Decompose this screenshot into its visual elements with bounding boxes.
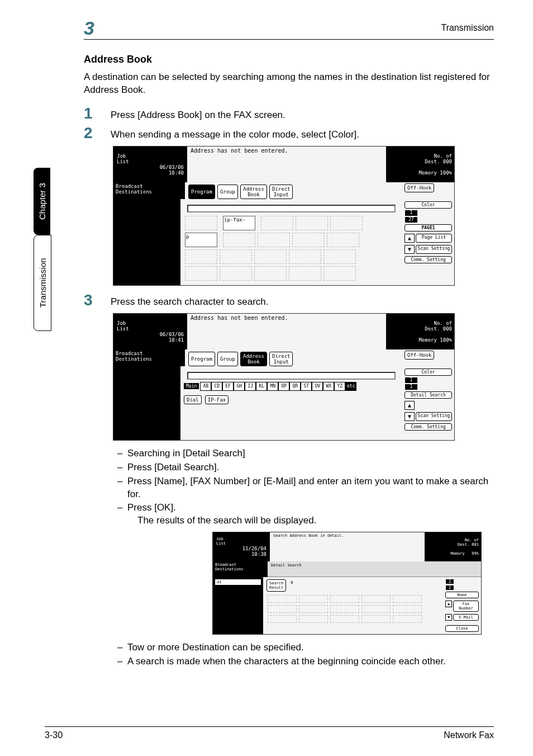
main-chip[interactable]: Main xyxy=(184,383,199,389)
off-hook-button[interactable]: Off-Hook xyxy=(404,351,434,360)
ip-fax-button[interactable]: IP-Fax xyxy=(205,395,229,404)
step-2-text: When sending a message in the color mode… xyxy=(111,125,359,141)
detail-title-text: Search Address Book in detail. xyxy=(273,533,344,560)
memory-status: Memory 100% xyxy=(418,337,452,343)
page-down-button[interactable]: ▼ xyxy=(404,245,415,254)
alpha-wx[interactable]: WX xyxy=(323,382,334,391)
dial-button[interactable]: Dial xyxy=(184,395,202,404)
dest-cell-ipfax[interactable]: ip-fax- xyxy=(223,216,255,230)
bullet-press-ok: Press [OK]. The results of the search wi… xyxy=(117,502,494,527)
page-up-button[interactable]: ▲ xyxy=(445,601,452,607)
input-bar[interactable] xyxy=(187,372,396,380)
off-hook-button[interactable]: Off-Hook xyxy=(404,183,434,192)
group-tab[interactable]: Group xyxy=(217,185,238,199)
fax-screen-1: Job List 06/03/06 10:40 Address has not … xyxy=(113,146,455,286)
comm-setting-button[interactable]: Comm. Setting xyxy=(404,423,452,431)
step-2-number: 2 xyxy=(84,125,111,141)
dest-memory-status: No. of Dest. 001 Memory 99% xyxy=(425,532,481,561)
bullet-multiple-destinations: Tow or more Destination can be specified… xyxy=(117,641,494,654)
dest-memory-status: No. of Dest. 000 Memory 100% xyxy=(386,147,454,182)
name-button[interactable]: Name xyxy=(445,592,479,598)
page-down-button[interactable]: ▼ xyxy=(445,614,452,621)
comm-setting-button[interactable]: Comm. Setting xyxy=(404,256,452,263)
scan-setting-button[interactable]: Scan Setting xyxy=(416,245,452,254)
detail-title-line: Search Address Book in detail. xyxy=(270,532,425,561)
side-tab-chapter: Chapter 3 xyxy=(34,168,50,235)
alpha-st[interactable]: ST xyxy=(301,382,312,391)
broadcast-destinations-label: Broadcast Destinations xyxy=(113,182,185,199)
alpha-mn[interactable]: MN xyxy=(267,382,278,391)
detail-search-button[interactable]: Detail Search xyxy=(404,391,452,399)
page-up-button[interactable]: ▲ xyxy=(404,234,415,243)
group-tab[interactable]: Group xyxy=(217,352,238,366)
right-side-panel: Color 1 27 PAGE1 ▲ Page List ▼ Scan Sett… xyxy=(402,199,454,285)
step-3-text: Press the search character to search. xyxy=(111,292,269,309)
color-button[interactable]: Color xyxy=(404,201,452,209)
side-tab-section: Transmission xyxy=(34,235,51,331)
page-footer: 3-30 Network Fax xyxy=(45,726,494,740)
book-title: Network Fax xyxy=(444,730,494,740)
bullet-press-ok-text: Press [OK]. xyxy=(127,502,176,513)
program-tab[interactable]: Program xyxy=(188,185,215,199)
address-book-tab[interactable]: Address Book xyxy=(240,185,267,199)
bullet-search-beginning-match: A search is made when the characters at … xyxy=(117,655,494,668)
color-button[interactable]: Color xyxy=(404,368,452,376)
alpha-etc[interactable]: etc xyxy=(345,382,356,391)
alpha-uv[interactable]: UV xyxy=(312,382,323,391)
alpha-ef[interactable]: EF xyxy=(222,382,234,391)
page-list-button[interactable]: Page List xyxy=(416,234,452,243)
email-button[interactable]: E-Mail xyxy=(453,614,479,621)
dest-count: 000 xyxy=(443,159,452,164)
step-3: 3 Press the search character to search. xyxy=(84,292,494,309)
search-result-count: 0 xyxy=(291,579,293,592)
close-button[interactable]: Close xyxy=(445,625,479,632)
datetime: 11/26/04 10:38 xyxy=(216,546,266,557)
page-indicator-top: 1 xyxy=(405,377,417,383)
search-grid: MainABCDEFGHIJKLMNOPQRSTUVWXYZetc Dial I… xyxy=(180,366,402,440)
direct-input-tab[interactable]: Direct Input xyxy=(269,185,293,199)
addr-not-entered-text: Address has not been entered. xyxy=(191,148,288,181)
broadcast-destinations-label: Broadcast Destinations xyxy=(213,561,268,577)
fax-number-button[interactable]: Fax Number xyxy=(453,601,479,612)
alpha-yz[interactable]: YZ xyxy=(334,382,345,391)
direct-input-tab[interactable]: Direct Input xyxy=(269,352,293,366)
scan-setting-button[interactable]: Scan Setting xyxy=(416,412,452,421)
datetime: 06/03/06 10:41 xyxy=(117,332,184,343)
alpha-qr[interactable]: QR xyxy=(289,382,301,391)
bullet-press-detail-search: Press [Detail Search]. xyxy=(117,461,494,474)
datetime: 06/03/06 10:40 xyxy=(117,164,184,176)
alpha-ab[interactable]: AB xyxy=(200,382,211,391)
job-list-box[interactable]: Job List 06/03/06 10:40 xyxy=(113,147,187,182)
step-2: 2 When sending a message in the color mo… xyxy=(84,125,494,141)
left-black-panel xyxy=(113,199,180,285)
page-indicator-bottom: 1 xyxy=(446,585,454,590)
tab-bar: Program Group Address Book Direct Input xyxy=(185,349,402,366)
alpha-index-row: MainABCDEFGHIJKLMNOPQRSTUVWXYZetc xyxy=(184,382,399,391)
alpha-cd[interactable]: CD xyxy=(211,382,222,391)
alpha-gh[interactable]: GH xyxy=(234,382,245,391)
address-book-tab[interactable]: Address Book xyxy=(240,352,267,366)
alpha-op[interactable]: OP xyxy=(278,382,289,391)
right-side-panel: 1 1 Name ▲ Fax Number ▼ E-Mail Close xyxy=(443,577,481,634)
page-number: 3-30 xyxy=(45,730,63,740)
alpha-kl[interactable]: KL xyxy=(256,382,267,391)
dest-cell-p[interactable]: p xyxy=(185,233,217,247)
header-title: Transmission xyxy=(441,23,494,33)
alpha-ij[interactable]: IJ xyxy=(245,382,256,391)
input-bar[interactable] xyxy=(187,205,396,212)
page1-button[interactable]: PAGE1 xyxy=(404,224,452,231)
job-list-label: Job List xyxy=(117,153,184,164)
job-list-box[interactable]: Job List 11/26/04 10:38 xyxy=(213,532,270,561)
program-tab[interactable]: Program xyxy=(188,352,215,366)
intro-paragraph: A destination can be selected by searchi… xyxy=(84,71,494,97)
a1-chip[interactable]: a1 xyxy=(215,579,261,585)
job-list-box[interactable]: Job List 06/03/06 10:41 xyxy=(113,314,187,349)
right-side-panel: Color 1 1 Detail Search ▲ ▼ Scan Setting… xyxy=(402,366,454,440)
bullet-list-1: Searching in [Detail Search] Press [Deta… xyxy=(117,447,494,528)
step-1: 1 Press [Address Book] on the FAX screen… xyxy=(84,106,494,122)
page-up-button[interactable]: ▲ xyxy=(404,401,415,410)
memory-status: Memory 100% xyxy=(418,170,452,176)
job-list-label: Job List xyxy=(117,320,184,332)
page-down-button[interactable]: ▼ xyxy=(404,412,415,421)
content: Address Book A destination can be select… xyxy=(84,50,494,717)
